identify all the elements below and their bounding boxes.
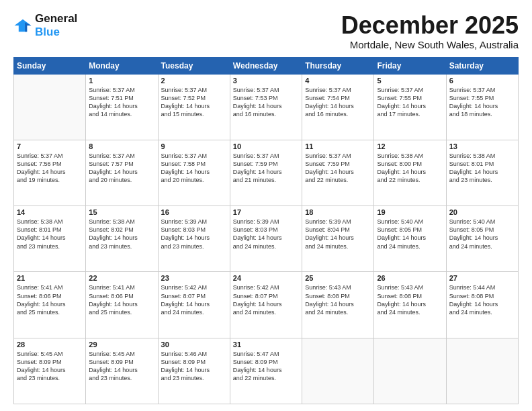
calendar-week-row: 1Sunrise: 5:37 AM Sunset: 7:51 PM Daylig… — [14, 74, 519, 140]
col-wednesday: Wednesday — [230, 57, 302, 74]
header: General Blue December 2025 Mortdale, New… — [13, 12, 519, 50]
day-number: 2 — [161, 77, 227, 85]
calendar-week-row: 14Sunrise: 5:38 AM Sunset: 8:01 PM Dayli… — [14, 206, 519, 272]
table-row — [302, 338, 374, 404]
table-row: 11Sunrise: 5:37 AM Sunset: 7:59 PM Dayli… — [302, 140, 374, 205]
calendar-week-row: 28Sunrise: 5:45 AM Sunset: 8:09 PM Dayli… — [14, 338, 519, 404]
table-row — [374, 338, 446, 404]
day-detail: Sunrise: 5:41 AM Sunset: 8:06 PM Dayligh… — [89, 283, 154, 316]
col-monday: Monday — [86, 57, 158, 74]
table-row: 23Sunrise: 5:42 AM Sunset: 8:07 PM Dayli… — [158, 272, 230, 338]
day-detail: Sunrise: 5:38 AM Sunset: 8:02 PM Dayligh… — [89, 218, 154, 250]
table-row: 7Sunrise: 5:37 AM Sunset: 7:56 PM Daylig… — [14, 140, 86, 205]
day-number: 21 — [17, 274, 83, 282]
logo-text: General Blue — [35, 12, 77, 40]
day-detail: Sunrise: 5:39 AM Sunset: 8:03 PM Dayligh… — [161, 218, 227, 250]
day-detail: Sunrise: 5:37 AM Sunset: 7:55 PM Dayligh… — [449, 86, 515, 119]
table-row: 12Sunrise: 5:38 AM Sunset: 8:00 PM Dayli… — [374, 140, 446, 205]
table-row: 29Sunrise: 5:45 AM Sunset: 8:09 PM Dayli… — [86, 338, 158, 404]
day-number: 13 — [449, 142, 515, 150]
day-detail: Sunrise: 5:47 AM Sunset: 8:09 PM Dayligh… — [233, 350, 299, 383]
day-number: 31 — [233, 340, 299, 349]
calendar-table: Sunday Monday Tuesday Wednesday Thursday… — [13, 57, 519, 404]
day-detail: Sunrise: 5:40 AM Sunset: 8:05 PM Dayligh… — [449, 218, 515, 250]
day-detail: Sunrise: 5:37 AM Sunset: 7:59 PM Dayligh… — [233, 152, 299, 185]
day-number: 9 — [161, 142, 227, 150]
table-row: 2Sunrise: 5:37 AM Sunset: 7:52 PM Daylig… — [158, 74, 230, 140]
day-number: 22 — [89, 274, 154, 282]
page: General Blue December 2025 Mortdale, New… — [0, 0, 532, 411]
table-row — [14, 74, 86, 140]
day-number: 25 — [305, 274, 371, 282]
day-detail: Sunrise: 5:39 AM Sunset: 8:03 PM Dayligh… — [233, 218, 299, 250]
day-detail: Sunrise: 5:37 AM Sunset: 7:53 PM Dayligh… — [233, 86, 299, 119]
table-row: 13Sunrise: 5:38 AM Sunset: 8:01 PM Dayli… — [446, 140, 518, 205]
day-detail: Sunrise: 5:43 AM Sunset: 8:08 PM Dayligh… — [305, 283, 371, 316]
day-number: 28 — [17, 340, 83, 349]
col-saturday: Saturday — [446, 57, 518, 74]
table-row: 15Sunrise: 5:38 AM Sunset: 8:02 PM Dayli… — [86, 206, 158, 272]
day-number: 17 — [233, 208, 299, 216]
day-number: 3 — [233, 77, 299, 85]
day-number: 26 — [377, 274, 443, 282]
day-detail: Sunrise: 5:44 AM Sunset: 8:08 PM Dayligh… — [449, 283, 515, 316]
day-number: 27 — [449, 274, 515, 282]
day-detail: Sunrise: 5:37 AM Sunset: 7:57 PM Dayligh… — [89, 152, 154, 185]
day-number: 6 — [449, 77, 515, 85]
day-number: 15 — [89, 208, 154, 216]
day-detail: Sunrise: 5:40 AM Sunset: 8:05 PM Dayligh… — [377, 218, 443, 250]
day-number: 23 — [161, 274, 227, 282]
day-number: 4 — [305, 77, 371, 85]
day-detail: Sunrise: 5:45 AM Sunset: 8:09 PM Dayligh… — [89, 350, 154, 383]
table-row — [446, 338, 518, 404]
table-row: 26Sunrise: 5:43 AM Sunset: 8:08 PM Dayli… — [374, 272, 446, 338]
table-row: 14Sunrise: 5:38 AM Sunset: 8:01 PM Dayli… — [14, 206, 86, 272]
table-row: 1Sunrise: 5:37 AM Sunset: 7:51 PM Daylig… — [86, 74, 158, 140]
table-row: 4Sunrise: 5:37 AM Sunset: 7:54 PM Daylig… — [302, 74, 374, 140]
day-detail: Sunrise: 5:45 AM Sunset: 8:09 PM Dayligh… — [17, 350, 83, 383]
day-detail: Sunrise: 5:38 AM Sunset: 8:01 PM Dayligh… — [17, 218, 83, 250]
day-detail: Sunrise: 5:37 AM Sunset: 7:54 PM Dayligh… — [305, 86, 371, 119]
logo-icon — [13, 18, 32, 33]
title-block: December 2025 Mortdale, New South Wales,… — [341, 12, 519, 50]
table-row: 24Sunrise: 5:42 AM Sunset: 8:07 PM Dayli… — [230, 272, 302, 338]
day-number: 30 — [161, 340, 227, 349]
col-thursday: Thursday — [302, 57, 374, 74]
day-number: 7 — [17, 142, 83, 150]
col-sunday: Sunday — [14, 57, 86, 74]
table-row: 31Sunrise: 5:47 AM Sunset: 8:09 PM Dayli… — [230, 338, 302, 404]
table-row: 22Sunrise: 5:41 AM Sunset: 8:06 PM Dayli… — [86, 272, 158, 338]
day-detail: Sunrise: 5:37 AM Sunset: 7:51 PM Dayligh… — [89, 86, 154, 119]
calendar-week-row: 21Sunrise: 5:41 AM Sunset: 8:06 PM Dayli… — [14, 272, 519, 338]
col-friday: Friday — [374, 57, 446, 74]
day-number: 29 — [89, 340, 154, 349]
table-row: 30Sunrise: 5:46 AM Sunset: 8:09 PM Dayli… — [158, 338, 230, 404]
table-row: 6Sunrise: 5:37 AM Sunset: 7:55 PM Daylig… — [446, 74, 518, 140]
day-detail: Sunrise: 5:43 AM Sunset: 8:08 PM Dayligh… — [377, 283, 443, 316]
day-number: 8 — [89, 142, 154, 150]
day-number: 5 — [377, 77, 443, 85]
location: Mortdale, New South Wales, Australia — [341, 39, 519, 50]
day-detail: Sunrise: 5:42 AM Sunset: 8:07 PM Dayligh… — [233, 283, 299, 316]
day-detail: Sunrise: 5:37 AM Sunset: 7:58 PM Dayligh… — [161, 152, 227, 185]
table-row: 9Sunrise: 5:37 AM Sunset: 7:58 PM Daylig… — [158, 140, 230, 205]
table-row: 16Sunrise: 5:39 AM Sunset: 8:03 PM Dayli… — [158, 206, 230, 272]
table-row: 20Sunrise: 5:40 AM Sunset: 8:05 PM Dayli… — [446, 206, 518, 272]
table-row: 19Sunrise: 5:40 AM Sunset: 8:05 PM Dayli… — [374, 206, 446, 272]
day-number: 20 — [449, 208, 515, 216]
day-detail: Sunrise: 5:37 AM Sunset: 7:56 PM Dayligh… — [17, 152, 83, 185]
day-detail: Sunrise: 5:42 AM Sunset: 8:07 PM Dayligh… — [161, 283, 227, 316]
col-tuesday: Tuesday — [158, 57, 230, 74]
table-row: 5Sunrise: 5:37 AM Sunset: 7:55 PM Daylig… — [374, 74, 446, 140]
day-number: 14 — [17, 208, 83, 216]
day-detail: Sunrise: 5:37 AM Sunset: 7:55 PM Dayligh… — [377, 86, 443, 119]
table-row: 25Sunrise: 5:43 AM Sunset: 8:08 PM Dayli… — [302, 272, 374, 338]
day-number: 12 — [377, 142, 443, 150]
table-row: 28Sunrise: 5:45 AM Sunset: 8:09 PM Dayli… — [14, 338, 86, 404]
day-number: 10 — [233, 142, 299, 150]
table-row: 27Sunrise: 5:44 AM Sunset: 8:08 PM Dayli… — [446, 272, 518, 338]
day-number: 16 — [161, 208, 227, 216]
table-row: 8Sunrise: 5:37 AM Sunset: 7:57 PM Daylig… — [86, 140, 158, 205]
day-detail: Sunrise: 5:41 AM Sunset: 8:06 PM Dayligh… — [17, 283, 83, 316]
day-detail: Sunrise: 5:37 AM Sunset: 7:59 PM Dayligh… — [305, 152, 371, 185]
